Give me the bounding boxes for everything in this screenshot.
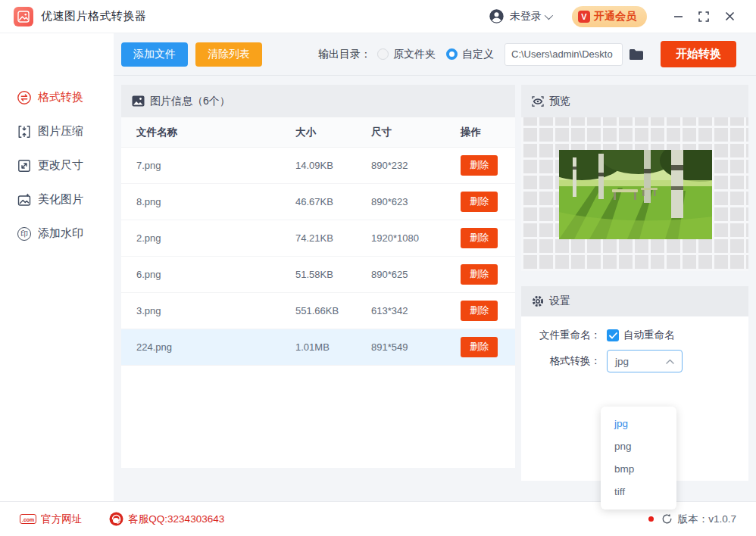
cell-size: 14.09KB — [295, 160, 371, 171]
cell-dims: 890*623 — [371, 196, 461, 207]
refresh-icon[interactable] — [661, 513, 673, 525]
browse-folder-icon[interactable] — [629, 48, 644, 61]
vip-badge-icon: V — [578, 11, 590, 23]
rename-label: 文件重命名： — [521, 329, 601, 342]
official-website-link[interactable]: .com 官方网址 — [20, 513, 82, 526]
format-option-tiff[interactable]: tiff — [601, 481, 676, 503]
sidebar-item-label: 格式转换 — [38, 90, 83, 104]
table-row[interactable]: 8.png46.67KB890*623删除 — [121, 184, 515, 220]
app-logo-icon — [14, 7, 33, 26]
resize-icon — [17, 158, 32, 173]
cell-size: 551.66KB — [295, 305, 371, 316]
sidebar-item-label: 更改尺寸 — [38, 158, 83, 173]
add-files-button[interactable]: 添加文件 — [121, 42, 188, 67]
format-select[interactable]: jpg — [607, 350, 683, 372]
cell-size: 51.58KB — [295, 269, 371, 280]
minimize-button[interactable] — [665, 5, 691, 28]
official-website-label: 官方网址 — [41, 513, 82, 526]
radio-custom-label[interactable]: 自定义 — [462, 48, 494, 61]
user-avatar-icon — [489, 8, 505, 24]
cell-name: 6.png — [136, 269, 295, 280]
customer-service-qq[interactable]: 客服QQ:3234303643 — [109, 512, 224, 526]
cell-size: 74.21KB — [295, 232, 371, 244]
auto-rename-checkbox[interactable] — [607, 329, 619, 341]
format-option-jpg[interactable]: jpg — [601, 413, 676, 435]
cell-dims: 890*232 — [371, 160, 461, 171]
sidebar-item-resize[interactable]: 更改尺寸 — [0, 148, 114, 182]
settings-header: 设置 — [521, 286, 748, 316]
output-path-input[interactable] — [505, 43, 623, 66]
chevron-down-icon[interactable] — [545, 11, 553, 19]
sidebar-item-format-convert[interactable]: 格式转换 — [0, 80, 114, 114]
vip-label: 开通会员 — [594, 10, 636, 23]
sidebar-item-beautify[interactable]: 美化图片 — [0, 182, 114, 217]
table-row[interactable]: 7.png14.09KB890*232删除 — [121, 148, 515, 184]
format-option-bmp[interactable]: bmp — [601, 458, 676, 481]
table-row[interactable]: 224.png1.01MB891*549删除 — [121, 329, 515, 366]
settings-body: 文件重命名： 自动重命名 格式转换： jpg jpgpngbmptiff — [521, 316, 748, 481]
delete-button[interactable]: 删除 — [461, 228, 498, 248]
delete-button[interactable]: 删除 — [461, 337, 498, 357]
gear-icon — [532, 295, 544, 307]
auto-rename-label[interactable]: 自动重命名 — [623, 329, 675, 342]
cell-dims: 891*549 — [371, 341, 461, 353]
delete-button[interactable]: 删除 — [461, 192, 498, 212]
main-content: 添加文件 清除列表 输出目录： 原文件夹 自定义 开始转换 图片信息（6个） 文… — [114, 33, 756, 501]
col-filename: 文件名称 — [136, 126, 295, 139]
titlebar: 优速图片格式转换器 未登录 V 开通会员 — [0, 0, 756, 33]
delete-button[interactable]: 删除 — [461, 155, 498, 176]
website-com-icon: .com — [20, 514, 36, 524]
toolbar: 添加文件 清除列表 输出目录： 原文件夹 自定义 开始转换 — [114, 33, 756, 76]
watermark-icon: 印 — [17, 226, 32, 242]
preview-panel: 预览 — [521, 85, 748, 271]
cell-size: 46.67KB — [295, 196, 371, 207]
col-actions: 操作 — [461, 126, 515, 139]
output-dir-label: 输出目录： — [318, 48, 371, 61]
format-option-png[interactable]: png — [601, 435, 676, 458]
maximize-button[interactable] — [691, 5, 717, 28]
settings-title: 设置 — [549, 294, 570, 308]
sidebar-item-label: 图片压缩 — [38, 124, 83, 139]
version-label: 版本：v1.0.7 — [678, 513, 736, 526]
col-size: 大小 — [295, 126, 371, 139]
sidebar-item-label: 美化图片 — [38, 192, 83, 207]
cell-name: 2.png — [136, 232, 295, 244]
preview-eye-icon — [532, 95, 544, 108]
radio-original-label[interactable]: 原文件夹 — [393, 48, 436, 61]
close-button[interactable] — [717, 5, 742, 28]
sidebar-item-label: 添加水印 — [38, 226, 83, 241]
delete-button[interactable]: 删除 — [461, 264, 498, 285]
preview-image — [559, 150, 712, 239]
cell-name: 3.png — [136, 305, 295, 316]
table-body: 7.png14.09KB890*232删除8.png46.67KB890*623… — [121, 148, 515, 366]
settings-panel: 设置 文件重命名： 自动重命名 格式转换： jpg jpgpngbmptiff — [521, 286, 748, 481]
sidebar-item-image-compress[interactable]: 图片压缩 — [0, 114, 114, 148]
login-status[interactable]: 未登录 — [510, 10, 542, 23]
transparency-checkerboard — [521, 117, 748, 271]
status-dot — [648, 516, 654, 522]
table-row[interactable]: 2.png74.21KB1920*1080删除 — [121, 220, 515, 257]
delete-button[interactable]: 删除 — [461, 301, 498, 321]
format-select-value: jpg — [615, 356, 666, 367]
table-row[interactable]: 6.png51.58KB890*625删除 — [121, 257, 515, 293]
file-list-panel: 图片信息（6个） 文件名称 大小 尺寸 操作 7.png14.09KB890*2… — [121, 85, 515, 468]
clear-list-button[interactable]: 清除列表 — [195, 42, 262, 67]
table-row[interactable]: 3.png551.66KB613*342删除 — [121, 293, 515, 329]
file-panel-title: 图片信息（6个） — [150, 95, 230, 108]
sidebar: 格式转换 图片压缩 更改尺寸 美化图片 — [0, 33, 114, 501]
open-vip-button[interactable]: V 开通会员 — [572, 6, 647, 27]
cell-size: 1.01MB — [295, 341, 371, 353]
headset-icon — [109, 512, 123, 526]
radio-original-folder[interactable] — [377, 48, 389, 60]
image-compress-icon — [17, 124, 32, 139]
start-convert-button[interactable]: 开始转换 — [661, 41, 736, 67]
cell-dims: 890*625 — [371, 269, 461, 280]
cell-name: 224.png — [136, 341, 295, 353]
cell-name: 8.png — [136, 196, 295, 207]
format-convert-label: 格式转换： — [521, 354, 601, 368]
customer-service-label: 客服QQ:3234303643 — [128, 513, 224, 526]
cell-dims: 1920*1080 — [371, 232, 461, 244]
radio-custom-folder[interactable] — [446, 48, 458, 60]
app-title: 优速图片格式转换器 — [41, 9, 147, 23]
sidebar-item-watermark[interactable]: 印 添加水印 — [0, 217, 114, 251]
